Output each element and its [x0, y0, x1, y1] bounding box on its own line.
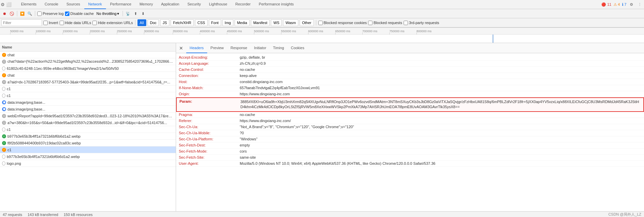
list-item[interactable]: ◼ data:image/png;base... [0, 99, 176, 106]
list-item[interactable]: 61802c40-6248-11ec-959e-efdbcc960bd1?ima… [0, 65, 176, 72]
filter-ws[interactable]: WS [271, 19, 282, 26]
third-party-requests-checkbox[interactable]: 3rd-party requests [404, 21, 439, 25]
header-value: 657faeab7IndvtgaE2q4pfEabToezX0JxvwLvm91 [240, 86, 641, 90]
list-item[interactable]: ▪ f8f2b5088440400b937c19dac02ca83c.webp [0, 140, 176, 146]
list-item[interactable]: ▪ b977b3e65b3b4ff1a7321b6bf6b6d1a2.webp [0, 133, 176, 140]
import-button[interactable]: ⬆ [132, 11, 138, 17]
header-value: zh-CN,zh;q=0.9 [240, 61, 641, 65]
tick-2: 100000 ms [36, 28, 51, 35]
tab-elements[interactable]: Elements [17, 0, 41, 9]
transferred-size: 143 kB transferred [27, 213, 58, 217]
item-name: chat?data={%22action%22:%22getMsg%22,%22… [7, 59, 173, 64]
tab-security[interactable]: Security [183, 0, 205, 9]
header-value: keep-alive [240, 74, 641, 78]
list-item[interactable]: ◻ a?w=380&h=165&s=50&ak=99de95ad1f23597c… [0, 119, 176, 126]
close-detail-button[interactable]: ✕ [178, 45, 184, 51]
devtools-icon2[interactable]: ⬜ [6, 2, 12, 7]
header-row: Sec-Fetch-Dest: empty [176, 142, 644, 149]
item-name: c1 [7, 127, 11, 132]
tab-sources[interactable]: Sources [62, 0, 84, 9]
timeline-ruler: 50000 ms 100000 ms 150000 ms 200000 ms 2… [0, 28, 644, 35]
list-item[interactable]: ◻ a?aid=dx-1702867183957-57725403-3&ak=9… [0, 79, 176, 85]
item-name: a?aid=dx-1702867183957-57725403-3&ak=99d… [7, 80, 170, 84]
tick-10: 500000 ms [254, 28, 269, 35]
list-item[interactable]: ◼ data:image/png;base... [0, 106, 176, 113]
filter-wasm[interactable]: Wasm [283, 19, 298, 26]
invert-checkbox[interactable]: Invert [43, 21, 58, 25]
filter-all[interactable]: All [137, 19, 146, 26]
list-item[interactable]: c1 [0, 92, 176, 99]
item-name: 61802c40-6248-11ec-959e-efdbcc960bd1?ima… [7, 66, 119, 71]
detail-tab-initiator[interactable]: Initiator [251, 43, 270, 53]
list-item-selected[interactable]: ⚡ c1 [0, 146, 176, 153]
preserve-log-checkbox[interactable]: Preserve log [37, 12, 64, 16]
filter-fetch-xhr[interactable]: Fetch/XHR [171, 19, 194, 26]
tab-console[interactable]: Console [41, 0, 62, 9]
list-item[interactable]: logo.png [0, 160, 176, 167]
filter-doc[interactable]: Doc [148, 19, 159, 26]
list-item[interactable]: ◻ chat?data={%22action%22:%22getMsg%22,%… [0, 58, 176, 65]
tab-recorder[interactable]: Recorder [231, 0, 255, 9]
list-item[interactable]: ◻ webErrReport?appId=99de95ad1f23597c23b… [0, 113, 176, 119]
item-icon [2, 94, 5, 98]
devtools-header: ⚙ ⬜ Elements Console Sources Network Per… [0, 0, 644, 28]
name-column-header: Name [2, 45, 12, 49]
watermark: CSDN @局外人_LZ [608, 212, 641, 217]
network-conditions-button[interactable]: 📡 [125, 11, 131, 17]
filter-manifest[interactable]: Manifest [251, 19, 270, 26]
header-value: "Not_A Brand";v="8", "Chromium";v="120",… [240, 125, 641, 129]
filter-js[interactable]: JS [160, 19, 169, 26]
item-name: chat [7, 73, 15, 77]
export-button[interactable]: ⬇ [140, 11, 146, 17]
throttle-dropdown[interactable]: No throttling ▾ [95, 11, 121, 17]
list-item[interactable]: c1 [0, 85, 176, 92]
resources-size: 150 kB resources [64, 213, 93, 217]
hide-data-urls-checkbox[interactable]: Hide data URLs [60, 21, 91, 25]
filter-img[interactable]: Img [222, 19, 233, 26]
hide-extension-urls-checkbox[interactable]: Hide extension URLs [92, 21, 133, 25]
list-item[interactable]: ⚡ chat [0, 72, 176, 79]
filter-css[interactable]: CSS [195, 19, 208, 26]
filter-button[interactable]: 🔽 [19, 11, 25, 17]
header-row: Accept-Language: zh-CN,zh;q=0.9 [176, 61, 644, 67]
blocked-requests-checkbox[interactable]: Blocked requests [368, 21, 402, 25]
detail-tab-cookies[interactable]: Cookies [287, 43, 308, 53]
item-name: logo.png [7, 161, 21, 165]
tab-lighthouse[interactable]: Lighthouse [205, 0, 231, 9]
detail-tab-response[interactable]: Response [227, 43, 251, 53]
blocked-response-cookies-checkbox[interactable]: Blocked response cookies [318, 21, 367, 25]
list-item[interactable]: c1 [0, 126, 176, 133]
disable-cache-checkbox[interactable]: Disable cache [65, 12, 94, 16]
chevron-down-icon: ▾ [117, 12, 119, 16]
filter-font[interactable]: Font [209, 19, 221, 26]
header-key: Sec-Ch-Ua-Platform: [179, 137, 240, 141]
list-item[interactable]: ⚡ chat [0, 52, 176, 58]
filter-media[interactable]: Media [235, 19, 250, 26]
detail-tab-timing[interactable]: Timing [270, 43, 287, 53]
detail-tab-preview[interactable]: Preview [207, 43, 227, 53]
warning-badge: ⚠ 4 [614, 2, 620, 7]
devtools-icon[interactable]: ⚙ [1, 2, 5, 7]
tab-performance[interactable]: Performance [106, 0, 135, 9]
detail-tab-headers[interactable]: Headers [186, 43, 207, 53]
tab-performance-insights[interactable]: Performance insights [255, 0, 298, 9]
more-button[interactable]: ⋮ [637, 1, 643, 7]
record-button[interactable]: ⏺ [1, 11, 7, 17]
tab-memory[interactable]: Memory [135, 0, 157, 9]
clear-button[interactable]: 🚫 [9, 11, 15, 17]
filter-input[interactable] [1, 19, 42, 26]
tick-12: 600000 ms [308, 28, 323, 35]
filter-other[interactable]: Other [300, 19, 314, 26]
settings-button[interactable]: ⚙ [628, 1, 635, 7]
resize-handle[interactable] [173, 43, 176, 51]
tab-network[interactable]: Network [84, 0, 106, 9]
tick-15: 750000 ms [389, 28, 405, 35]
param-header-row-highlighted: Param: 3885#X8XI+uO6ia9h+XbjU3mhXrm82q5l… [176, 97, 644, 112]
tab-application[interactable]: Application [157, 0, 184, 9]
list-item[interactable]: b977b3e65b3b4ff1a7321b6bf6b6d1a2.webp [0, 153, 176, 160]
divider2 [35, 11, 35, 16]
header-row: Referer: https://www.dingxiang-inc.com/ [176, 118, 644, 124]
search-button[interactable]: 🔍 [27, 11, 33, 17]
tick-6: 300000 ms [144, 28, 159, 35]
header-key: Sec-Ch-Ua-Mobile: [179, 131, 240, 135]
